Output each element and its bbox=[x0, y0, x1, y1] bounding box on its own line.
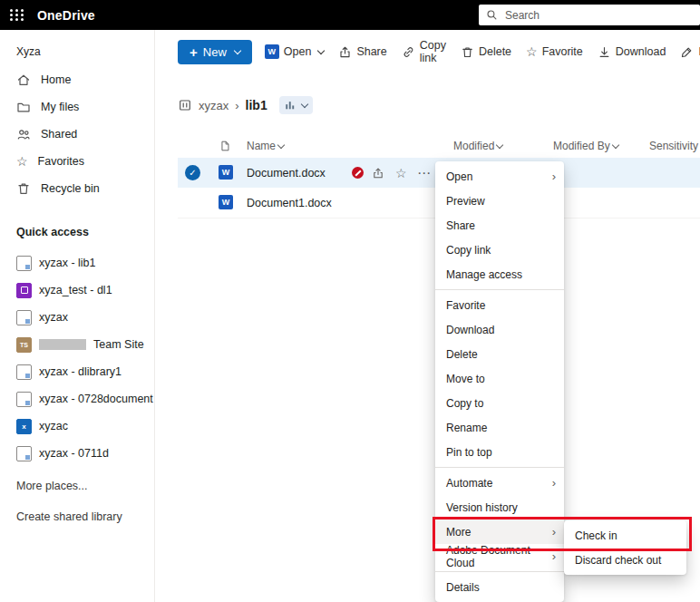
more-options-icon[interactable]: ⋯ bbox=[417, 158, 432, 188]
quick-access-item-dl1[interactable]: xyza_test - dl1 bbox=[0, 277, 154, 304]
menu-item-pin-to-top[interactable]: Pin to top bbox=[435, 440, 564, 464]
star-icon: ☆ bbox=[16, 155, 28, 168]
submenu-item-discard-check-out[interactable]: Discard check out bbox=[564, 548, 686, 572]
app-title: OneDrive bbox=[37, 8, 95, 23]
menu-item-label: Share bbox=[446, 219, 475, 232]
menu-item-details[interactable]: Details bbox=[435, 575, 564, 599]
search-box[interactable] bbox=[479, 5, 700, 25]
site-icon: TS bbox=[16, 337, 32, 353]
menu-item-share[interactable]: Share bbox=[435, 213, 564, 238]
search-input[interactable] bbox=[503, 8, 693, 23]
menu-item-copy-link[interactable]: Copy link bbox=[435, 238, 564, 262]
sidebar-item-label: Recycle bin bbox=[41, 182, 100, 195]
menu-item-version-history[interactable]: Version history bbox=[435, 495, 564, 519]
quick-access-item-xyzax[interactable]: xyzax bbox=[0, 304, 154, 331]
menu-item-label: Check in bbox=[575, 529, 617, 542]
copy-link-button[interactable]: Copy link bbox=[400, 35, 448, 68]
quick-access-heading: Quick access bbox=[0, 202, 154, 249]
site-icon bbox=[16, 256, 32, 271]
view-selector[interactable] bbox=[279, 96, 313, 114]
menu-item-label: Discard check out bbox=[575, 554, 661, 567]
create-shared-library-link[interactable]: Create shared library bbox=[0, 492, 154, 523]
sidebar-item-recycle-bin[interactable]: Recycle bin bbox=[0, 175, 154, 202]
file-name[interactable]: Document1.docx bbox=[247, 188, 332, 218]
quick-access-item-0728document[interactable]: xyzax - 0728document bbox=[0, 385, 154, 413]
selected-check-icon[interactable]: ✓ bbox=[185, 165, 200, 180]
sidebar-item-favorites[interactable]: ☆ Favorites bbox=[0, 148, 154, 175]
word-file-icon: W bbox=[219, 165, 233, 180]
site-icon bbox=[16, 310, 32, 325]
quick-access-item-xyzac[interactable]: x xyzac bbox=[0, 413, 154, 440]
submenu-chevron-icon: › bbox=[552, 170, 556, 182]
column-header-modified-by[interactable]: Modified By bbox=[553, 133, 618, 158]
sidebar-item-label: Favorites bbox=[38, 155, 84, 168]
site-icon bbox=[16, 446, 32, 461]
menu-item-label: Preview bbox=[446, 195, 485, 208]
trash-icon bbox=[461, 45, 474, 59]
share-button[interactable]: Share bbox=[336, 42, 388, 63]
menu-item-label: Delete bbox=[446, 348, 478, 361]
menu-item-more[interactable]: More› bbox=[435, 519, 564, 544]
menu-item-manage-access[interactable]: Manage access bbox=[435, 262, 564, 286]
column-header-sensitivity[interactable]: Sensitivity bbox=[649, 133, 698, 158]
delete-button[interactable]: Delete bbox=[459, 42, 513, 63]
file-name[interactable]: Document.docx bbox=[247, 158, 326, 188]
chevron-down-icon bbox=[611, 141, 618, 148]
menu-item-move-to[interactable]: Move to bbox=[435, 366, 564, 391]
menu-item-automate[interactable]: Automate› bbox=[435, 471, 564, 495]
search-icon bbox=[486, 9, 498, 21]
share-icon[interactable] bbox=[372, 158, 384, 188]
sidebar-item-label: My files bbox=[41, 101, 79, 113]
chevron-down-icon bbox=[234, 47, 241, 54]
people-icon bbox=[16, 127, 31, 141]
column-header-modified[interactable]: Modified bbox=[453, 133, 502, 158]
submenu-item-check-in[interactable]: Check in bbox=[564, 523, 686, 548]
share-label: Share bbox=[356, 45, 386, 58]
menu-item-label: More bbox=[446, 526, 471, 539]
favorite-star-icon[interactable]: ☆ bbox=[395, 158, 407, 188]
menu-item-rename[interactable]: Rename bbox=[435, 415, 564, 440]
menu-item-favorite[interactable]: Favorite bbox=[435, 293, 564, 317]
app-launcher-icon[interactable] bbox=[10, 9, 24, 21]
download-button[interactable]: Download bbox=[596, 42, 668, 63]
file-type-column[interactable] bbox=[219, 133, 231, 158]
menu-item-delete[interactable]: Delete bbox=[435, 342, 564, 366]
delete-label: Delete bbox=[479, 45, 511, 58]
site-icon bbox=[16, 392, 32, 407]
menu-item-label: Automate bbox=[446, 477, 492, 490]
column-label: Modified By bbox=[553, 140, 610, 152]
quick-access-item-lib1[interactable]: xyzax - lib1 bbox=[0, 249, 154, 277]
rename-button[interactable]: Rename bbox=[678, 42, 700, 63]
sidebar-item-my-files[interactable]: My files bbox=[0, 93, 154, 121]
quick-access-label: xyzac bbox=[39, 420, 68, 432]
menu-separator bbox=[435, 289, 564, 290]
home-icon bbox=[16, 73, 31, 87]
word-file-icon: W bbox=[265, 44, 279, 59]
more-places-link[interactable]: More places... bbox=[0, 467, 154, 492]
menu-item-label: Favorite bbox=[446, 299, 485, 312]
column-label: Modified bbox=[453, 140, 494, 152]
sidebar-item-home[interactable]: Home bbox=[0, 66, 154, 93]
quick-access-item-dlibrary1[interactable]: xyzax - dlibrary1 bbox=[0, 358, 154, 385]
quick-access-label: xyzax - 0728document bbox=[39, 393, 153, 405]
quick-access-item-0711d[interactable]: xyzax - 0711d bbox=[0, 440, 154, 467]
menu-item-open[interactable]: Open› bbox=[435, 164, 564, 189]
file-list-header: Name Modified Modified By Sensitivity bbox=[178, 133, 700, 159]
open-button[interactable]: W Open bbox=[263, 41, 326, 63]
favorite-button[interactable]: ☆ Favorite bbox=[524, 42, 585, 62]
sidebar-item-shared[interactable]: Shared bbox=[0, 121, 154, 148]
download-icon bbox=[598, 45, 611, 59]
column-header-name[interactable]: Name bbox=[247, 133, 284, 158]
quick-access-item-team-site[interactable]: TS Team Site bbox=[0, 331, 154, 358]
new-button-label: New bbox=[203, 45, 227, 59]
menu-item-copy-to[interactable]: Copy to bbox=[435, 391, 564, 415]
menu-item-label: Manage access bbox=[446, 268, 522, 281]
submenu-chevron-icon: › bbox=[552, 477, 556, 489]
breadcrumb-parent[interactable]: xyzax bbox=[199, 99, 228, 112]
menu-item-download[interactable]: Download bbox=[435, 317, 564, 342]
menu-item-preview[interactable]: Preview bbox=[435, 189, 564, 213]
menu-item-adobe-document-cloud[interactable]: Adobe Document Cloud› bbox=[435, 544, 564, 568]
menu-item-label: Move to bbox=[446, 373, 485, 385]
favorite-label: Favorite bbox=[542, 45, 583, 58]
new-button[interactable]: + New bbox=[178, 40, 252, 64]
